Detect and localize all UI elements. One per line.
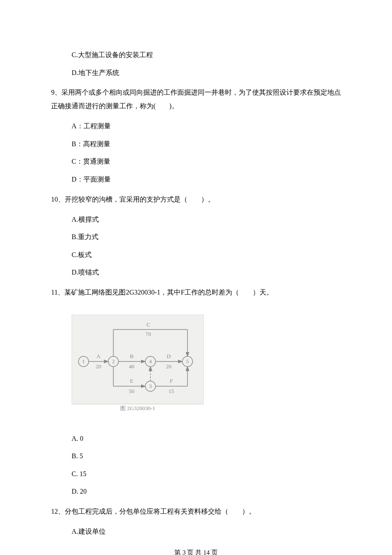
edge-value-c: 70 bbox=[146, 331, 151, 337]
edge-value-d: 20 bbox=[166, 363, 172, 370]
edge-value-b: 40 bbox=[129, 363, 135, 370]
node-1: 1 bbox=[78, 356, 89, 367]
svg-text:4: 4 bbox=[149, 358, 152, 364]
q11-option-b: B. 5 bbox=[72, 451, 341, 462]
q10-option-d: D.喷锚式 bbox=[72, 267, 341, 278]
q9-stem: 9、采用两个或多个相向或同向掘进的工作面掘进同一井巷时，为了使其按照设计要求在预… bbox=[51, 86, 341, 113]
q12-option-a: A.建设单位 bbox=[72, 526, 341, 537]
page-footer: 第 3 页 共 14 页 bbox=[51, 547, 341, 555]
svg-text:2: 2 bbox=[112, 358, 115, 364]
q9-option-c: C：贯通测量 bbox=[72, 156, 341, 167]
q9-option-a: A：工程测量 bbox=[72, 121, 341, 132]
node-2: 2 bbox=[108, 356, 118, 367]
edge-value-a: 20 bbox=[96, 363, 101, 370]
q11-option-c: C. 15 bbox=[72, 468, 341, 480]
edge-label-d: D bbox=[167, 353, 170, 359]
q9-option-d: D：平面测量 bbox=[72, 174, 341, 185]
q9-option-b: B：高程测量 bbox=[72, 139, 341, 150]
q8-option-d: D.地下生产系统 bbox=[72, 67, 341, 78]
q10-option-b: B.重力式 bbox=[72, 231, 341, 243]
q10-stem: 10、开挖较窄的沟槽，宜采用的支护方式是（ ）。 bbox=[51, 193, 341, 206]
edge-value-f: 15 bbox=[169, 388, 174, 394]
q11-option-d: D. 20 bbox=[72, 486, 341, 497]
node-3: 3 bbox=[145, 381, 156, 391]
edge-label-b: B bbox=[130, 353, 134, 359]
svg-text:1: 1 bbox=[82, 358, 85, 364]
edge-label-c: C bbox=[147, 321, 150, 328]
q11-stem: 11、某矿施工网络图见图2G320030-1，其中F工作的总时差为（ ）天。 bbox=[51, 286, 341, 299]
svg-text:5: 5 bbox=[186, 358, 189, 364]
q12-stem: 12、分包工程完成后，分包单位应将工程有关资料移交给（ ）。 bbox=[51, 505, 341, 518]
q10-option-c: C.板式 bbox=[72, 249, 341, 260]
node-4: 4 bbox=[145, 356, 156, 367]
q10-option-a: A.横撑式 bbox=[72, 214, 341, 225]
q11-option-a: A. 0 bbox=[72, 433, 341, 444]
node-5: 5 bbox=[182, 356, 193, 367]
q8-option-c: C.大型施工设备的安装工程 bbox=[72, 49, 341, 61]
svg-text:3: 3 bbox=[149, 383, 152, 389]
q11-network-diagram: C 70 A 20 B 40 D 20 E 50 F 15 1 2 bbox=[72, 315, 204, 413]
edge-label-f: F bbox=[170, 378, 173, 384]
edge-label-e: E bbox=[130, 378, 133, 384]
edge-label-a: A bbox=[96, 353, 101, 359]
diagram-caption: 图 2G320030-1 bbox=[120, 405, 155, 411]
edge-value-e: 50 bbox=[129, 388, 135, 394]
